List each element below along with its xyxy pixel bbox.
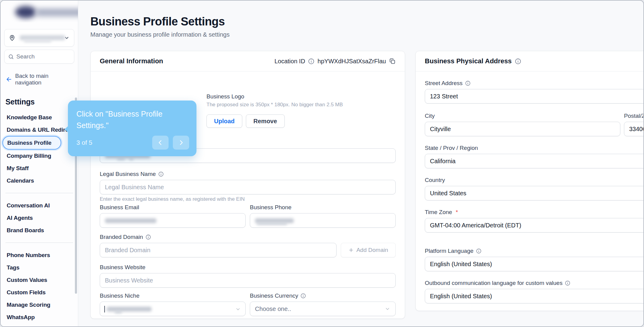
outbound-language-select[interactable] xyxy=(425,289,643,303)
sidebar-item-email-services[interactable]: Email Services xyxy=(1,323,78,327)
state-label: State / Prov / Region xyxy=(425,145,643,151)
business-website-label: Business Website xyxy=(100,264,396,271)
location-id-row: Location ID hpYWXdHJSatXsaZrFlau xyxy=(274,58,396,65)
info-icon[interactable] xyxy=(476,248,481,254)
business-currency-select[interactable]: Choose one.. xyxy=(250,302,396,316)
business-currency-label: Business Currency xyxy=(250,292,298,299)
address-card-body: Street Address City xyxy=(416,80,643,303)
sidebar-item-ai-agents[interactable]: AI Agents xyxy=(1,212,78,224)
settings-sidebar: Back to main navigation Settings Knowled… xyxy=(1,1,78,326)
arrow-right-icon xyxy=(177,139,185,147)
add-domain-button[interactable]: Add Domain xyxy=(341,243,396,257)
info-icon[interactable] xyxy=(146,234,151,240)
location-name-blurred xyxy=(18,35,61,41)
country-label: Country xyxy=(425,177,643,183)
tour-footer: 3 of 5 xyxy=(76,136,189,150)
sidebar-item-company-billing[interactable]: Company Billing xyxy=(1,150,78,162)
sidebar-item-whatsapp[interactable]: WhatsApp xyxy=(1,311,78,323)
business-niche-select[interactable] xyxy=(100,302,246,316)
sidebar-item-tags[interactable]: Tags xyxy=(1,261,78,274)
country-row: Country xyxy=(425,177,643,200)
info-icon[interactable] xyxy=(465,81,471,86)
remove-button[interactable]: Remove xyxy=(246,114,285,128)
map-pin-icon xyxy=(9,35,15,41)
sidebar-item-phone-numbers[interactable]: Phone Numbers xyxy=(1,249,78,261)
text-cursor xyxy=(104,306,105,312)
plus-icon xyxy=(348,247,354,253)
sidebar-item-conversation-ai[interactable]: Conversation AI xyxy=(1,199,78,212)
legal-business-name-row: Legal Business Name Enter the exact lega… xyxy=(100,171,396,202)
back-link-label: Back to main navigation xyxy=(15,73,73,86)
sidebar-item-business-profile[interactable]: Business Profile xyxy=(2,136,61,150)
tour-text: Click on "Business Profile Settings." xyxy=(76,108,188,131)
location-switcher[interactable] xyxy=(4,29,74,47)
branded-domain-input[interactable] xyxy=(100,243,337,257)
country-select[interactable] xyxy=(425,186,643,200)
page-subtitle: Manage your business profile information… xyxy=(90,31,643,38)
search-icon xyxy=(8,54,14,60)
timezone-select[interactable] xyxy=(425,218,643,233)
logo-blurred-mark xyxy=(15,6,36,18)
app-window: Back to main navigation Settings Knowled… xyxy=(0,0,644,327)
legal-business-name-input[interactable] xyxy=(100,180,396,194)
info-icon[interactable] xyxy=(565,280,570,286)
tour-prev-button[interactable] xyxy=(152,136,169,150)
business-website-input[interactable] xyxy=(100,273,396,288)
info-icon[interactable] xyxy=(300,293,306,299)
business-niche-field: Business Niche xyxy=(100,292,246,316)
currency-placeholder: Choose one.. xyxy=(255,306,291,312)
copy-icon[interactable] xyxy=(389,58,396,64)
city-input[interactable] xyxy=(425,122,620,136)
postal-label: Postal/Zip xyxy=(624,113,643,119)
info-icon[interactable] xyxy=(158,171,164,177)
logo-blurred-text xyxy=(36,8,78,16)
business-logo-helper: The proposed size is 350px * 180px. No b… xyxy=(206,102,343,108)
business-phone-label: Business Phone xyxy=(250,204,396,211)
state-input[interactable] xyxy=(425,154,643,168)
business-email-field: Business Email xyxy=(100,204,246,228)
chevron-down-icon xyxy=(235,306,241,312)
sidebar-item-knowledge-base[interactable]: Knowledge Base xyxy=(1,111,78,124)
legal-business-name-label: Legal Business Name xyxy=(100,171,156,177)
business-email-label: Business Email xyxy=(100,204,246,211)
sidebar-item-calendars[interactable]: Calendars xyxy=(1,174,78,187)
business-phone-input[interactable] xyxy=(250,213,396,228)
sidebar-item-manage-scoring[interactable]: Manage Scoring xyxy=(1,299,78,311)
branded-domain-row: Branded Domain xyxy=(100,234,396,257)
postal-input[interactable] xyxy=(624,122,643,136)
tour-next-button[interactable] xyxy=(173,136,189,150)
business-website-row: Business Website xyxy=(100,264,396,288)
sidebar-item-my-staff[interactable]: My Staff xyxy=(1,162,78,174)
platform-language-select[interactable] xyxy=(425,257,643,271)
add-domain-label: Add Domain xyxy=(356,247,388,253)
settings-nav: Knowledge Base Domains & URL Redirects B… xyxy=(1,111,78,327)
address-card-header: Business Physical Address xyxy=(416,51,643,71)
info-icon[interactable] xyxy=(515,58,521,64)
street-address-label: Street Address xyxy=(425,80,463,87)
logo-buttons: Upload Remove xyxy=(206,114,343,128)
business-phone-field: Business Phone xyxy=(250,204,396,228)
platform-language-row: Platform Language xyxy=(425,248,643,271)
sidebar-item-brand-boards[interactable]: Brand Boards xyxy=(1,224,78,236)
business-logo-label: Business Logo xyxy=(206,93,343,100)
sidebar-item-custom-fields[interactable]: Custom Fields xyxy=(1,286,78,299)
general-information-card: General Information Location ID hpYWXdHJ… xyxy=(90,51,405,319)
page-title: Business Profile Settings xyxy=(90,15,643,28)
timezone-row: Time Zone * xyxy=(425,209,643,233)
location-id-label: Location ID xyxy=(274,58,305,65)
sidebar-item-custom-values[interactable]: Custom Values xyxy=(1,274,78,286)
arrow-left-icon xyxy=(5,76,12,83)
city-field: City xyxy=(425,113,620,136)
tour-step-counter: 3 of 5 xyxy=(76,139,92,146)
timezone-label: Time Zone xyxy=(425,209,452,216)
nav-divider xyxy=(5,243,73,243)
info-icon[interactable] xyxy=(308,58,314,64)
niche-currency-row: Business Niche Business Cu xyxy=(100,292,396,319)
upload-button[interactable]: Upload xyxy=(206,114,242,128)
city-label: City xyxy=(425,113,620,119)
business-logo-block: Business Logo The proposed size is 350px… xyxy=(206,93,343,128)
street-address-input[interactable] xyxy=(425,89,643,104)
business-email-input[interactable] xyxy=(100,213,246,228)
street-address-row: Street Address xyxy=(425,80,643,104)
back-to-main-navigation[interactable]: Back to main navigation xyxy=(5,73,73,86)
